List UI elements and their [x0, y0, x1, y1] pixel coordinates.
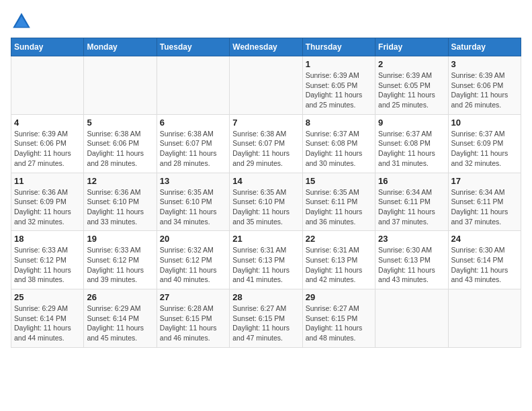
day-info: Sunrise: 6:30 AM Sunset: 6:13 PM Dayligh…: [378, 245, 445, 285]
day-number: 23: [378, 234, 445, 244]
day-number: 17: [451, 176, 518, 186]
day-number: 3: [451, 59, 518, 69]
day-header-wednesday: Wednesday: [230, 38, 302, 56]
day-number: 11: [14, 176, 81, 186]
calendar-cell: 24Sunrise: 6:30 AM Sunset: 6:14 PM Dayli…: [448, 231, 521, 289]
day-number: 27: [160, 292, 226, 302]
day-info: Sunrise: 6:38 AM Sunset: 6:07 PM Dayligh…: [160, 129, 226, 169]
day-number: 2: [378, 59, 445, 69]
calendar-cell: [84, 56, 157, 115]
day-info: Sunrise: 6:38 AM Sunset: 6:07 PM Dayligh…: [232, 129, 299, 169]
calendar-cell: 21Sunrise: 6:31 AM Sunset: 6:13 PM Dayli…: [230, 231, 302, 289]
calendar-table: SundayMondayTuesdayWednesdayThursdayFrid…: [11, 38, 521, 348]
calendar-week-1: 4Sunrise: 6:39 AM Sunset: 6:06 PM Daylig…: [11, 114, 521, 173]
day-header-sunday: Sunday: [11, 38, 84, 56]
day-info: Sunrise: 6:39 AM Sunset: 6:05 PM Dayligh…: [306, 71, 372, 110]
calendar-cell: [11, 56, 84, 115]
day-info: Sunrise: 6:35 AM Sunset: 6:10 PM Dayligh…: [232, 187, 299, 227]
calendar-cell: [375, 289, 448, 348]
day-info: Sunrise: 6:28 AM Sunset: 6:15 PM Dayligh…: [160, 304, 226, 343]
calendar-cell: 27Sunrise: 6:28 AM Sunset: 6:15 PM Dayli…: [157, 289, 229, 348]
day-number: 26: [87, 292, 153, 302]
calendar-cell: 16Sunrise: 6:34 AM Sunset: 6:11 PM Dayli…: [375, 173, 448, 231]
day-info: Sunrise: 6:29 AM Sunset: 6:14 PM Dayligh…: [14, 304, 81, 343]
calendar-cell: 4Sunrise: 6:39 AM Sunset: 6:06 PM Daylig…: [11, 114, 84, 173]
calendar-header: SundayMondayTuesdayWednesdayThursdayFrid…: [11, 38, 521, 56]
day-info: Sunrise: 6:34 AM Sunset: 6:11 PM Dayligh…: [451, 187, 518, 227]
day-info: Sunrise: 6:37 AM Sunset: 6:08 PM Dayligh…: [306, 129, 372, 169]
day-info: Sunrise: 6:33 AM Sunset: 6:12 PM Dayligh…: [87, 245, 153, 285]
calendar-cell: 29Sunrise: 6:27 AM Sunset: 6:15 PM Dayli…: [302, 289, 375, 348]
day-number: 6: [160, 118, 226, 128]
day-info: Sunrise: 6:27 AM Sunset: 6:15 PM Dayligh…: [232, 304, 299, 343]
day-info: Sunrise: 6:39 AM Sunset: 6:05 PM Dayligh…: [378, 71, 445, 110]
day-info: Sunrise: 6:29 AM Sunset: 6:14 PM Dayligh…: [87, 304, 153, 343]
calendar-cell: 11Sunrise: 6:36 AM Sunset: 6:09 PM Dayli…: [11, 173, 84, 231]
day-info: Sunrise: 6:39 AM Sunset: 6:06 PM Dayligh…: [451, 71, 518, 110]
day-number: 19: [87, 234, 153, 244]
day-info: Sunrise: 6:37 AM Sunset: 6:08 PM Dayligh…: [378, 129, 445, 169]
calendar-cell: [157, 56, 229, 115]
calendar-cell: 12Sunrise: 6:36 AM Sunset: 6:10 PM Dayli…: [84, 173, 157, 231]
day-info: Sunrise: 6:31 AM Sunset: 6:13 PM Dayligh…: [306, 245, 372, 285]
day-number: 18: [14, 234, 81, 244]
calendar-cell: [448, 289, 521, 348]
day-number: 1: [306, 59, 372, 69]
day-info: Sunrise: 6:38 AM Sunset: 6:06 PM Dayligh…: [87, 129, 153, 169]
calendar-week-2: 11Sunrise: 6:36 AM Sunset: 6:09 PM Dayli…: [11, 173, 521, 231]
day-info: Sunrise: 6:36 AM Sunset: 6:10 PM Dayligh…: [87, 187, 153, 227]
calendar-cell: 28Sunrise: 6:27 AM Sunset: 6:15 PM Dayli…: [230, 289, 302, 348]
calendar-week-3: 18Sunrise: 6:33 AM Sunset: 6:12 PM Dayli…: [11, 231, 521, 289]
calendar-cell: 3Sunrise: 6:39 AM Sunset: 6:06 PM Daylig…: [448, 56, 521, 115]
day-info: Sunrise: 6:34 AM Sunset: 6:11 PM Dayligh…: [378, 187, 445, 227]
day-header-saturday: Saturday: [448, 38, 521, 56]
day-number: 13: [160, 176, 226, 186]
day-info: Sunrise: 6:33 AM Sunset: 6:12 PM Dayligh…: [14, 245, 81, 285]
day-number: 20: [160, 234, 226, 244]
day-number: 10: [451, 118, 518, 128]
calendar-cell: 5Sunrise: 6:38 AM Sunset: 6:06 PM Daylig…: [84, 114, 157, 173]
calendar-cell: 17Sunrise: 6:34 AM Sunset: 6:11 PM Dayli…: [448, 173, 521, 231]
calendar-cell: 22Sunrise: 6:31 AM Sunset: 6:13 PM Dayli…: [302, 231, 375, 289]
day-header-thursday: Thursday: [302, 38, 375, 56]
calendar-cell: 25Sunrise: 6:29 AM Sunset: 6:14 PM Dayli…: [11, 289, 84, 348]
calendar-cell: 20Sunrise: 6:32 AM Sunset: 6:12 PM Dayli…: [157, 231, 229, 289]
day-header-tuesday: Tuesday: [157, 38, 229, 56]
day-number: 16: [378, 176, 445, 186]
day-header-monday: Monday: [84, 38, 157, 56]
day-info: Sunrise: 6:35 AM Sunset: 6:11 PM Dayligh…: [306, 187, 372, 227]
day-info: Sunrise: 6:39 AM Sunset: 6:06 PM Dayligh…: [14, 129, 81, 169]
day-info: Sunrise: 6:35 AM Sunset: 6:10 PM Dayligh…: [160, 187, 226, 227]
calendar-cell: 13Sunrise: 6:35 AM Sunset: 6:10 PM Dayli…: [157, 173, 229, 231]
day-info: Sunrise: 6:30 AM Sunset: 6:14 PM Dayligh…: [451, 245, 518, 285]
day-number: 28: [232, 292, 299, 302]
calendar-cell: 1Sunrise: 6:39 AM Sunset: 6:05 PM Daylig…: [302, 56, 375, 115]
day-info: Sunrise: 6:36 AM Sunset: 6:09 PM Dayligh…: [14, 187, 81, 227]
day-number: 14: [232, 176, 299, 186]
day-number: 21: [232, 234, 299, 244]
day-number: 29: [306, 292, 372, 302]
calendar-cell: 10Sunrise: 6:37 AM Sunset: 6:09 PM Dayli…: [448, 114, 521, 173]
logo-icon: [11, 11, 32, 32]
calendar-week-0: 1Sunrise: 6:39 AM Sunset: 6:05 PM Daylig…: [11, 56, 521, 115]
calendar-cell: 14Sunrise: 6:35 AM Sunset: 6:10 PM Dayli…: [230, 173, 302, 231]
day-info: Sunrise: 6:37 AM Sunset: 6:09 PM Dayligh…: [451, 129, 518, 169]
day-number: 8: [306, 118, 372, 128]
day-info: Sunrise: 6:31 AM Sunset: 6:13 PM Dayligh…: [232, 245, 299, 285]
day-number: 12: [87, 176, 153, 186]
day-number: 9: [378, 118, 445, 128]
calendar-cell: 6Sunrise: 6:38 AM Sunset: 6:07 PM Daylig…: [157, 114, 229, 173]
calendar-week-4: 25Sunrise: 6:29 AM Sunset: 6:14 PM Dayli…: [11, 289, 521, 348]
calendar-cell: [230, 56, 302, 115]
day-number: 15: [306, 176, 372, 186]
day-info: Sunrise: 6:32 AM Sunset: 6:12 PM Dayligh…: [160, 245, 226, 285]
day-number: 4: [14, 118, 81, 128]
day-number: 24: [451, 234, 518, 244]
calendar-cell: 8Sunrise: 6:37 AM Sunset: 6:08 PM Daylig…: [302, 114, 375, 173]
calendar-cell: 7Sunrise: 6:38 AM Sunset: 6:07 PM Daylig…: [230, 114, 302, 173]
day-number: 25: [14, 292, 81, 302]
calendar-cell: 15Sunrise: 6:35 AM Sunset: 6:11 PM Dayli…: [302, 173, 375, 231]
page-header: [11, 11, 521, 32]
calendar-cell: 23Sunrise: 6:30 AM Sunset: 6:13 PM Dayli…: [375, 231, 448, 289]
calendar-body: 1Sunrise: 6:39 AM Sunset: 6:05 PM Daylig…: [11, 56, 521, 348]
